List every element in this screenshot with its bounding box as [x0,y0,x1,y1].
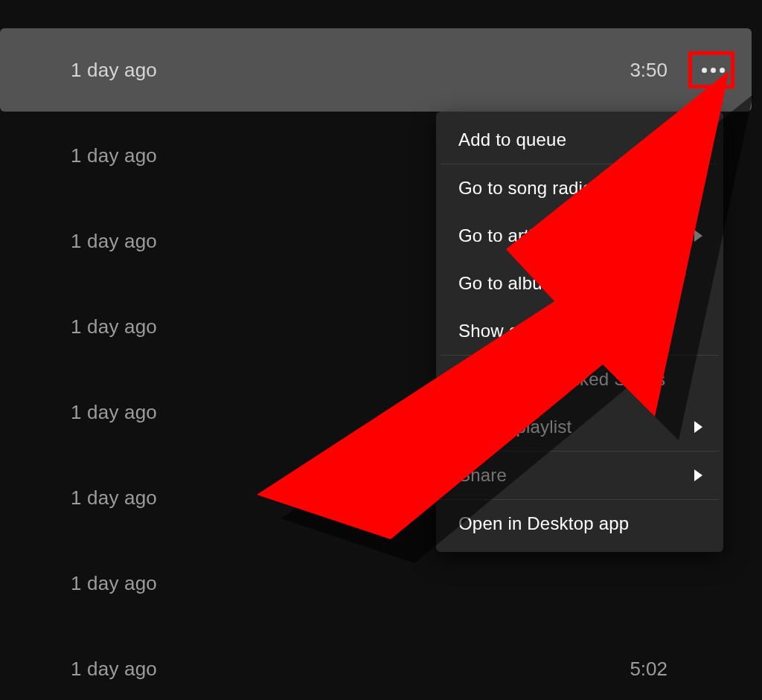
date-added-cell: 1 day ago [71,572,157,595]
more-options-button[interactable] [692,49,734,91]
chevron-right-icon [694,421,702,433]
menu-item-go-to-song-radio[interactable]: Go to song radio [441,164,719,212]
menu-item-label: Show credits [458,321,563,341]
menu-item-add-to-playlist[interactable]: Add to playlist [441,403,719,451]
track-context-menu: Add to queue Go to song radio Go to arti… [436,112,723,552]
menu-item-add-to-queue[interactable]: Add to queue [441,116,719,164]
date-added-cell: 1 day ago [71,59,157,82]
track-row[interactable]: 1 day ago 5:02 [0,627,752,700]
date-added-cell: 1 day ago [71,230,157,253]
date-added-cell: 1 day ago [71,487,157,510]
menu-item-save-to-liked-songs[interactable]: Save to your Liked Songs [441,356,719,403]
menu-item-label: Add to playlist [458,417,572,437]
menu-item-show-credits[interactable]: Show credits [441,307,719,355]
menu-item-label: Save to your Liked Songs [458,369,665,389]
menu-item-label: Go to artist [458,225,548,245]
date-added-cell: 1 day ago [71,315,157,338]
menu-item-go-to-artist[interactable]: Go to artist [441,212,719,260]
duration-cell: 3:50 [630,59,667,82]
menu-item-share[interactable]: Share [441,452,719,499]
menu-item-open-in-desktop-app[interactable]: Open in Desktop app [441,500,719,548]
menu-item-label: Add to queue [458,129,566,150]
date-added-cell: 1 day ago [71,658,157,681]
menu-item-go-to-album[interactable]: Go to album [441,260,719,307]
menu-item-label: Share [458,465,507,485]
menu-item-label: Open in Desktop app [458,513,629,533]
menu-item-label: Go to album [458,273,557,293]
chevron-right-icon [694,230,702,242]
track-row[interactable]: 1 day ago 3:50 [0,28,752,112]
date-added-cell: 1 day ago [71,401,157,424]
date-added-cell: 1 day ago [71,144,157,167]
menu-item-label: Go to song radio [458,178,593,198]
chevron-right-icon [694,469,702,481]
track-row[interactable]: 1 day ago [0,542,752,625]
duration-cell: 5:02 [630,658,667,681]
